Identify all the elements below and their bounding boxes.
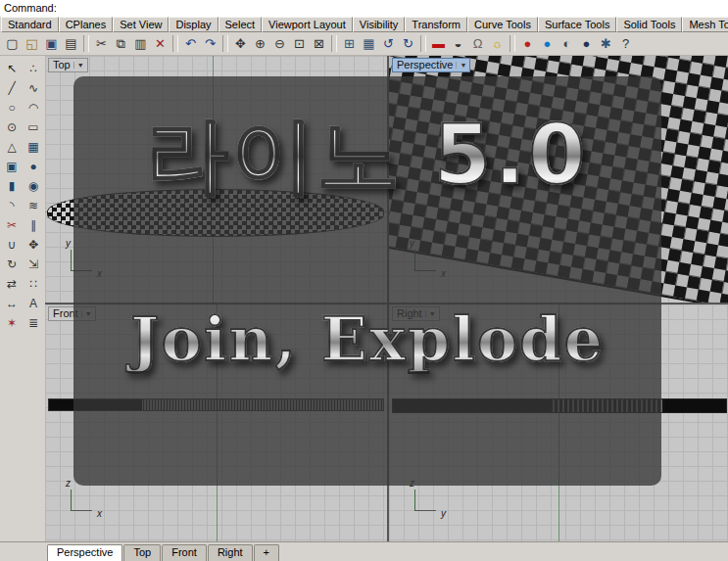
scale-icon[interactable]: ⇲ (24, 255, 43, 273)
circle-icon[interactable]: ○ (2, 98, 22, 117)
command-input[interactable]: Command: (0, 0, 728, 18)
axis-label-vertical: z (66, 478, 71, 489)
move-icon[interactable]: ✥ (24, 235, 43, 254)
axis-label-horizontal: x (97, 508, 102, 519)
split-icon[interactable]: ∥ (24, 215, 43, 234)
redo-view-icon[interactable]: ↻ (399, 34, 417, 53)
light-bulb-icon[interactable]: ☼ (488, 34, 507, 53)
overlay-subtitle: Join, Explode (73, 307, 661, 371)
array-icon[interactable]: ∷ (24, 274, 43, 293)
save-icon[interactable]: ▣ (42, 34, 61, 53)
viewport-tab-bar: PerspectiveTopFrontRight+ (0, 541, 728, 561)
z-axis-icon (71, 490, 72, 511)
viewport-tab-perspective[interactable]: Perspective (47, 544, 122, 561)
viewport-top-label[interactable]: Top ▼ (48, 58, 88, 72)
toolbar: ▢◱▣▤✂⧉▥✕↶↷✥⊕⊖⊡⊠⊞▦↺↻▬◒Ω☼●●◐●✱? (0, 32, 728, 56)
help-icon[interactable]: ? (616, 34, 635, 53)
open-folder-icon[interactable]: ◱ (23, 34, 41, 53)
menu-tab-select[interactable]: Select (218, 17, 263, 32)
menu-tab-cplanes[interactable]: CPlanes (59, 17, 114, 32)
join-icon[interactable]: ∪ (2, 235, 22, 254)
undo-icon[interactable]: ↶ (181, 34, 200, 53)
viewport-tab-front[interactable]: Front (162, 544, 207, 561)
redo-icon[interactable]: ↷ (201, 34, 219, 53)
offset-icon[interactable]: ≋ (24, 196, 43, 214)
toolbar-separator (172, 35, 178, 52)
car-icon[interactable]: ▬ (429, 34, 448, 53)
y-axis-icon (414, 510, 436, 511)
rotate-icon[interactable]: ↻ (2, 255, 22, 273)
menu-tab-solid-tools[interactable]: Solid Tools (616, 17, 682, 32)
viewport-top-title: Top (53, 59, 71, 70)
pointer-icon[interactable]: ↖ (2, 59, 22, 77)
options-icon[interactable]: ✱ (597, 34, 615, 53)
polygon-icon[interactable]: △ (2, 137, 22, 156)
lock-object-icon[interactable]: Ω (468, 34, 487, 53)
zoom-window-icon[interactable]: ⊡ (290, 34, 309, 53)
dimension-icon[interactable]: ↔ (2, 294, 22, 312)
menu-tab-visibility[interactable]: Visibility (353, 17, 406, 32)
viewport-perspective-title: Perspective (397, 59, 453, 70)
layers-icon[interactable]: ≣ (24, 313, 43, 332)
toolbar-separator (510, 35, 515, 52)
fillet-icon[interactable]: ◝ (2, 196, 22, 214)
curve-icon[interactable]: ∿ (24, 78, 43, 97)
arc-icon[interactable]: ◠ (24, 98, 43, 117)
viewport-tab-top[interactable]: Top (123, 544, 161, 561)
undo-view-icon[interactable]: ↺ (379, 34, 398, 53)
render-globe-icon[interactable]: ● (538, 34, 557, 53)
viewport-tab-right[interactable]: Right (208, 544, 253, 561)
menu-tab-standard[interactable]: Standard (1, 17, 59, 32)
explode-icon[interactable]: ✶ (2, 313, 22, 332)
sphere-icon[interactable]: ● (24, 157, 43, 175)
viewport-layout-icon[interactable]: ⊞ (340, 34, 359, 53)
menu-tab-surface-tools[interactable]: Surface Tools (538, 17, 616, 32)
delete-icon[interactable]: ✕ (151, 34, 170, 53)
hide-object-icon[interactable]: ◒ (449, 34, 467, 53)
render-icon[interactable]: ● (518, 34, 537, 53)
box-icon[interactable]: ▣ (2, 157, 22, 175)
viewport-tab-item[interactable]: + (254, 544, 279, 561)
menu-tab-mesh-tools[interactable]: Mesh Tools (682, 17, 728, 32)
chevron-down-icon[interactable]: ▼ (456, 62, 466, 69)
x-axis-icon (71, 510, 92, 511)
zoom-extents-icon[interactable]: ⊠ (310, 34, 328, 53)
rectangle-icon[interactable]: ▭ (24, 117, 43, 136)
boolean-icon[interactable]: ◉ (24, 176, 43, 195)
named-view-icon[interactable]: ▦ (360, 34, 378, 53)
pan-icon[interactable]: ✥ (231, 34, 250, 53)
menu-tab-transform[interactable]: Transform (405, 17, 467, 32)
menu-tab-bar: StandardCPlanesSet ViewDisplaySelectView… (0, 17, 728, 32)
overlay-title: 라이노 5.0 (73, 112, 661, 198)
copy-icon[interactable]: ⧉ (112, 34, 130, 53)
toolbar-separator (331, 35, 337, 52)
cut-icon[interactable]: ✂ (92, 34, 111, 53)
menu-tab-curve-tools[interactable]: Curve Tools (467, 17, 538, 32)
text-icon[interactable]: A (24, 294, 43, 312)
y-axis-icon (71, 250, 72, 271)
viewport-perspective-label[interactable]: Perspective ▼ (392, 58, 470, 72)
surface-icon[interactable]: ▦ (24, 137, 43, 156)
zoom-in-icon[interactable]: ⊕ (251, 34, 269, 53)
menu-tab-display[interactable]: Display (169, 17, 218, 32)
toolbar-separator (222, 35, 228, 52)
toolbar-separator (420, 35, 426, 52)
menu-tab-set-view[interactable]: Set View (113, 17, 169, 32)
axis-widget-front: z x (61, 482, 102, 521)
mirror-icon[interactable]: ⇄ (2, 274, 22, 293)
line-icon[interactable]: ╱ (2, 78, 22, 97)
menu-tab-viewport-layout[interactable]: Viewport Layout (262, 17, 353, 32)
cylinder-icon[interactable]: ▮ (2, 176, 22, 195)
paste-icon[interactable]: ▥ (131, 34, 150, 53)
print-icon[interactable]: ▤ (62, 34, 80, 53)
ellipse-icon[interactable]: ⊙ (2, 117, 22, 136)
new-file-icon[interactable]: ▢ (3, 34, 22, 53)
trim-icon[interactable]: ✂ (2, 215, 22, 234)
shaded-view-icon[interactable]: ◐ (558, 34, 576, 53)
axis-label-horizontal: y (441, 508, 446, 519)
zoom-out-icon[interactable]: ⊖ (270, 34, 289, 53)
ghosted-view-icon[interactable]: ● (577, 34, 596, 53)
axis-label-vertical: y (66, 238, 71, 249)
chevron-down-icon[interactable]: ▼ (73, 62, 84, 69)
control-points-icon[interactable]: ∴ (24, 59, 43, 77)
